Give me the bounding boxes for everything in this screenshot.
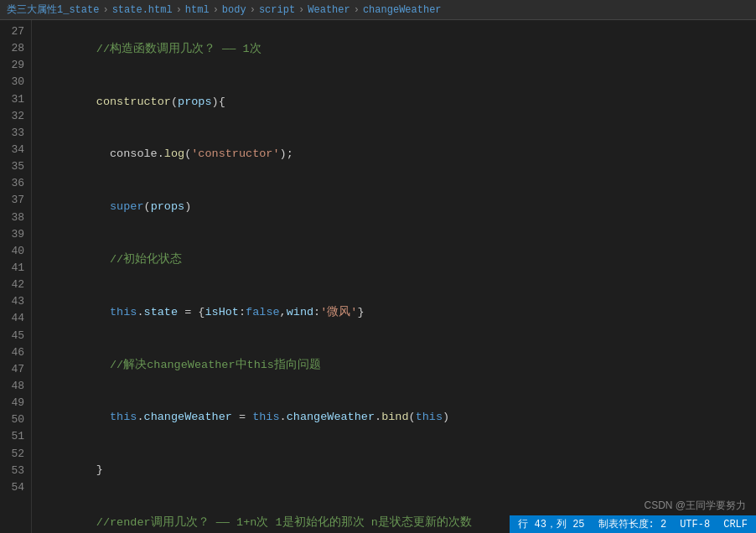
status-bar: 行 43，列 25 制表符长度: 2 UTF-8 CRLF: [510, 515, 756, 533]
breadcrumb: 类三大属性1_state › state.html › html › body …: [0, 0, 756, 20]
breadcrumb-item[interactable]: body: [222, 4, 246, 16]
code-line: super(props): [42, 181, 756, 234]
code-area[interactable]: //构造函数调用几次？ —— 1次 constructor(props){ co…: [32, 20, 756, 533]
breadcrumb-item[interactable]: state.html: [112, 4, 173, 16]
line-ending: CRLF: [723, 519, 748, 530]
breadcrumb-sep: ›: [102, 4, 108, 16]
breadcrumb-sep: ›: [250, 4, 256, 16]
breadcrumb-sep: ›: [213, 4, 219, 16]
code-line: //解决changeWeather中this指向问题: [42, 339, 756, 392]
code-line: constructor(props){: [42, 76, 756, 129]
indent-info: 制表符长度: 2: [598, 517, 667, 531]
code-line: console.log('constructor');: [42, 129, 756, 182]
watermark: CSDN @王同学要努力: [644, 499, 746, 513]
breadcrumb-item[interactable]: Weather: [308, 4, 350, 16]
line-numbers: 27 28 29 30 31 32 33 34 35 36 37 38 39 4…: [0, 20, 32, 533]
code-line: }: [42, 444, 756, 497]
breadcrumb-sep: ›: [176, 4, 182, 16]
editor-container: 27 28 29 30 31 32 33 34 35 36 37 38 39 4…: [0, 20, 756, 533]
cursor-position: 行 43，列 25: [518, 517, 584, 531]
breadcrumb-sep: ›: [354, 4, 360, 16]
code-line: this.changeWeather = this.changeWeather.…: [42, 391, 756, 444]
encoding-info: UTF-8: [680, 519, 710, 530]
code-line: //初始化状态: [42, 234, 756, 287]
breadcrumb-item[interactable]: script: [259, 4, 295, 16]
breadcrumb-item[interactable]: 类三大属性1_state: [7, 3, 99, 17]
code-line: this.state = {isHot:false,wind:'微风'}: [42, 287, 756, 339]
code-line: //构造函数调用几次？ —— 1次: [42, 23, 756, 76]
breadcrumb-sep: ›: [298, 4, 304, 16]
breadcrumb-item[interactable]: changeWeather: [363, 4, 442, 16]
breadcrumb-item[interactable]: html: [185, 4, 210, 16]
